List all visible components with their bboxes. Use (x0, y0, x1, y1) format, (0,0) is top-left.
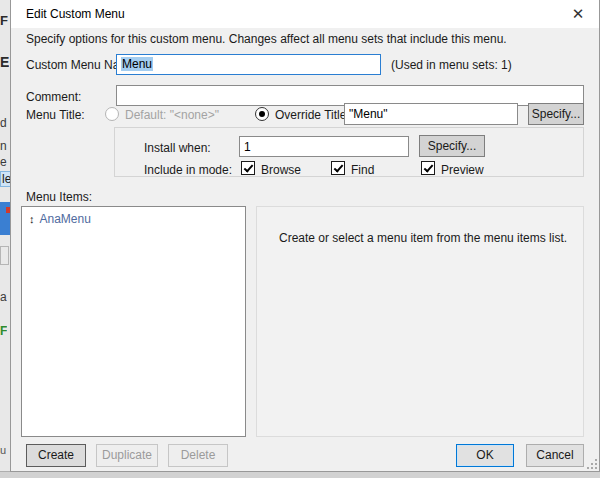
comment-label: Comment: (26, 90, 81, 104)
close-icon[interactable]: ✕ (563, 2, 593, 26)
install-specify-button[interactable]: Specify... (419, 135, 485, 157)
background-text-fragment: d (0, 116, 7, 130)
menu-item-label: AnaMenu (40, 212, 91, 226)
default-title-radio[interactable] (105, 107, 119, 121)
find-checkbox-label: Find (351, 163, 374, 177)
selected-text: Menu (121, 57, 153, 71)
detail-placeholder-text: Create or select a menu item from the me… (279, 231, 567, 245)
background-window-edge (0, 471, 600, 478)
background-text-fragment: u (0, 444, 6, 456)
create-button[interactable]: Create (26, 444, 86, 467)
install-when-label: Install when: (144, 141, 211, 155)
preview-checkbox-label: Preview (441, 163, 484, 177)
menu-title-label: Menu Title: (26, 108, 85, 122)
list-item[interactable]: ↕ AnaMenu (22, 207, 245, 228)
edit-custom-menu-dialog: Edit Custom Menu ✕ Specify options for t… (10, 0, 600, 472)
background-text-fragment: n (0, 139, 7, 153)
background-text-fragment: a (0, 290, 7, 304)
background-button-fragment (0, 246, 9, 265)
move-vertical-icon: ↕ (29, 214, 35, 224)
browse-checkbox[interactable] (241, 161, 255, 175)
background-text-fragment: E (0, 54, 9, 70)
title-specify-button[interactable]: Specify... (528, 103, 584, 125)
override-title-label: Override Title: (275, 108, 350, 122)
override-title-radio[interactable] (255, 107, 269, 121)
ok-button[interactable]: OK (456, 444, 514, 467)
install-when-input[interactable] (239, 136, 409, 157)
background-text-fragment: F (0, 324, 7, 338)
background-text-fragment: e (0, 155, 7, 169)
dialog-title: Edit Custom Menu (26, 7, 125, 21)
menu-item-detail-panel: Create or select a menu item from the me… (256, 206, 584, 437)
background-text-fragment: F (0, 13, 8, 28)
menu-items-label: Menu Items: (26, 190, 92, 204)
background-highlight-fragment (0, 202, 10, 235)
preview-checkbox[interactable] (421, 161, 435, 175)
custom-menu-name-input[interactable]: Menu (116, 54, 381, 75)
browse-checkbox-label: Browse (261, 163, 301, 177)
menu-items-list[interactable]: ↕ AnaMenu (21, 206, 246, 437)
delete-button[interactable]: Delete (168, 444, 228, 467)
override-title-input[interactable] (344, 103, 518, 125)
find-checkbox[interactable] (331, 161, 345, 175)
duplicate-button[interactable]: Duplicate (96, 444, 158, 467)
include-in-mode-label: Include in mode: (144, 163, 232, 177)
title-bar[interactable]: Edit Custom Menu ✕ (11, 0, 599, 28)
default-title-label: Default: "<none>" (125, 108, 219, 122)
dialog-description: Specify options for this custom menu. Ch… (26, 32, 507, 46)
cancel-button[interactable]: Cancel (526, 444, 584, 467)
resize-grip-icon[interactable] (585, 457, 597, 469)
used-in-menu-sets-note: (Used in menu sets: 1) (391, 58, 512, 72)
